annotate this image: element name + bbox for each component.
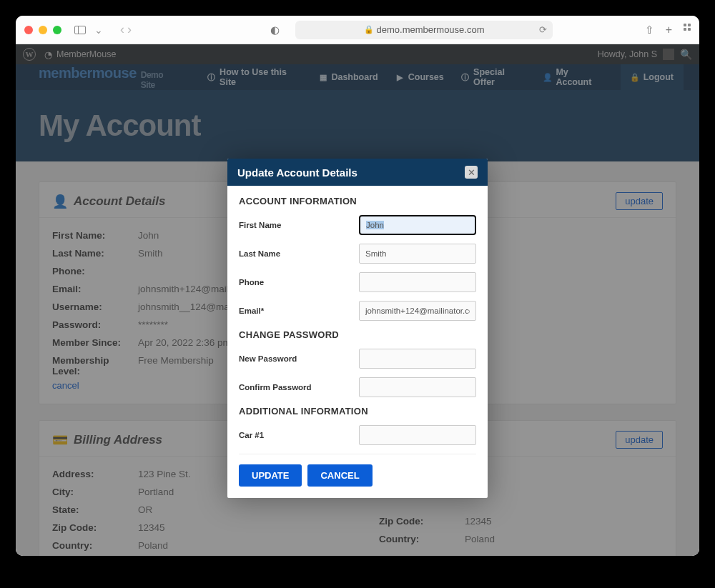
browser-window: ⌄ ‹ › ◐ 🔒 demo.membermouse.com ⟳ ⇧ + W ◔… [16, 16, 699, 556]
privacy-shield-icon[interactable]: ◐ [266, 24, 284, 36]
browser-titlebar: ⌄ ‹ › ◐ 🔒 demo.membermouse.com ⟳ ⇧ + [16, 16, 699, 44]
section-heading-additional: ADDITIONAL INFORMATION [239, 406, 476, 417]
close-window-button[interactable] [24, 26, 33, 34]
chevron-down-icon[interactable]: ⌄ [92, 24, 106, 36]
email-input[interactable] [359, 301, 476, 321]
lock-icon: 🔒 [364, 25, 374, 34]
phone-label: Phone [239, 278, 264, 286]
browser-forward-button[interactable]: › [127, 22, 132, 37]
car1-input[interactable] [359, 425, 476, 445]
car1-label: Car #1 [239, 431, 264, 439]
share-icon[interactable]: ⇧ [645, 24, 654, 36]
new-tab-icon[interactable]: + [666, 24, 672, 36]
last-name-input[interactable] [359, 244, 476, 264]
new-password-label: New Password [239, 354, 297, 363]
first-name-label: First Name [239, 221, 281, 229]
confirm-password-label: Confirm Password [239, 383, 312, 392]
reload-icon[interactable]: ⟳ [539, 24, 547, 35]
modal-update-button[interactable]: UPDATE [239, 464, 302, 487]
section-heading-password: CHANGE PASSWORD [239, 329, 476, 340]
sidebar-toggle-icon[interactable] [74, 26, 86, 34]
new-password-input[interactable] [359, 349, 476, 369]
url-text: demo.membermouse.com [377, 24, 485, 35]
modal-title: Update Account Details [237, 166, 358, 179]
update-account-modal: Update Account Details ✕ ACCOUNT INFORMA… [227, 159, 488, 498]
address-bar[interactable]: 🔒 demo.membermouse.com ⟳ [295, 21, 553, 39]
section-heading-account: ACCOUNT INFORMATION [239, 196, 476, 206]
modal-header: Update Account Details ✕ [227, 159, 488, 186]
confirm-password-input[interactable] [359, 377, 476, 397]
first-name-input[interactable] [359, 215, 476, 235]
email-label: Email* [239, 307, 264, 315]
minimize-window-button[interactable] [39, 26, 47, 34]
modal-close-button[interactable]: ✕ [465, 166, 478, 179]
maximize-window-button[interactable] [53, 26, 61, 34]
browser-back-button[interactable]: ‹ [120, 22, 124, 37]
tabs-overview-icon[interactable] [684, 24, 691, 36]
last-name-label: Last Name [239, 249, 280, 258]
modal-cancel-button[interactable]: CANCEL [307, 464, 372, 487]
traffic-lights [24, 26, 61, 34]
phone-input[interactable] [359, 272, 476, 292]
